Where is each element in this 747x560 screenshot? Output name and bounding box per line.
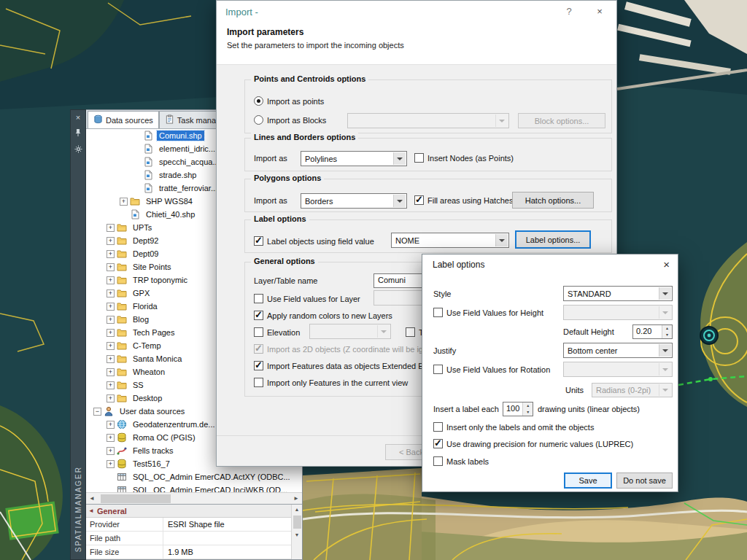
table-icon: [117, 485, 128, 492]
hatch-options-button[interactable]: Hatch options...: [512, 192, 594, 209]
spinner-down-icon[interactable]: ▾: [523, 409, 533, 416]
tree-item-label: Test516_7: [131, 459, 172, 469]
tree-item[interactable]: SQL_OC_Admin EmerCAD.InciWKB (OD...: [86, 483, 302, 492]
properties-vertical-scrollbar[interactable]: ▲ ▼: [291, 505, 302, 559]
label-options-group: Label options Label objects using field …: [244, 219, 612, 253]
settings-gear-icon[interactable]: [74, 145, 82, 155]
expand-icon[interactable]: +: [107, 224, 115, 232]
close-icon[interactable]: ×: [663, 258, 670, 271]
folder-icon: [117, 367, 128, 377]
folder-icon: [117, 380, 128, 390]
expand-icon[interactable]: +: [107, 368, 115, 376]
database-icon: [117, 432, 128, 443]
import-parameters-heading: Import parameters: [227, 27, 303, 37]
expand-icon[interactable]: +: [107, 434, 115, 442]
expand-icon[interactable]: +: [107, 329, 115, 337]
folder-icon: [117, 288, 128, 298]
style-combo[interactable]: STANDARD: [563, 286, 673, 301]
mask-labels-checkbox[interactable]: Mask labels: [433, 456, 489, 467]
scroll-left-icon[interactable]: ◄: [86, 493, 98, 505]
label-field-combo[interactable]: NOME: [391, 233, 509, 248]
expand-icon[interactable]: +: [107, 250, 115, 258]
import-as-blocks-radio[interactable]: Import as Blocks: [254, 114, 326, 125]
checkbox-label: Import only Features in the current view: [267, 378, 408, 387]
elevation-checkbox[interactable]: Elevation: [254, 327, 300, 338]
expand-icon[interactable]: +: [107, 263, 115, 271]
tree-item-label: Site Points: [131, 262, 174, 272]
radio-dot: [254, 96, 263, 106]
tree-item[interactable]: SQL_OC_Admin EmerCAD.ActXY (ODBC...: [86, 470, 302, 483]
close-icon[interactable]: ×: [593, 6, 606, 17]
label-options-button[interactable]: Label options...: [515, 230, 591, 249]
scrollbar-thumb[interactable]: [293, 516, 301, 529]
units-combo: Radians (0-2pi): [592, 383, 673, 397]
tree-horizontal-scrollbar[interactable]: ◄ ►: [86, 492, 302, 504]
style-label: Style: [433, 289, 451, 298]
scroll-down-icon[interactable]: ▼: [295, 530, 300, 540]
expand-icon[interactable]: +: [107, 355, 115, 363]
random-colors-checkbox[interactable]: Apply random colors to new Layers: [254, 310, 392, 321]
spinner-up-icon[interactable]: ▴: [662, 325, 672, 332]
property-label: Provider: [86, 518, 163, 531]
palette-title-vertical: SPATIALMANAGER: [74, 466, 82, 552]
folder-icon: [117, 249, 128, 259]
autohide-pin-icon[interactable]: [74, 128, 82, 139]
tree-item-label: TRP toponymic: [131, 275, 190, 285]
expand-icon[interactable]: +: [107, 460, 115, 468]
insert-nodes-checkbox[interactable]: Insert Nodes (as Points): [414, 152, 514, 163]
expand-icon[interactable]: +: [107, 316, 115, 324]
scrollbar-thumb[interactable]: [101, 494, 171, 503]
tab-data-sources[interactable]: Data sources: [88, 111, 159, 128]
default-height-spinner[interactable]: 0.20 ▴▾: [632, 324, 673, 339]
combo-value: Radians (0-2pi): [596, 386, 651, 394]
group-title: General options: [251, 257, 318, 265]
spinner-down-icon[interactable]: ▾: [662, 332, 672, 338]
current-view-checkbox[interactable]: Import only Features in the current view: [254, 377, 408, 388]
expand-icon[interactable]: +: [107, 303, 115, 311]
block-options-button: Block options...: [518, 113, 605, 128]
expand-icon[interactable]: +: [107, 421, 115, 429]
field-values-layer-checkbox[interactable]: Use Field values for Layer: [254, 293, 360, 304]
checkbox-box: [433, 308, 443, 317]
expand-icon[interactable]: +: [120, 198, 128, 206]
checkbox-label: Label objects using field value: [267, 237, 374, 246]
labels-only-checkbox[interactable]: Insert only the labels and omit the obje…: [433, 421, 594, 432]
polygons-import-as-combo[interactable]: Borders: [301, 193, 407, 209]
tree-item-label: tratte_ferroviar...: [157, 183, 220, 193]
xdata-checkbox[interactable]: Import Features data as objects Extended…: [254, 360, 424, 371]
expand-icon[interactable]: +: [107, 381, 115, 389]
palette-titlebar[interactable]: × SPATIALMANAGER: [70, 109, 86, 560]
justify-combo[interactable]: Bottom center: [563, 343, 673, 358]
expand-icon[interactable]: +: [107, 276, 115, 284]
scroll-right-icon[interactable]: ►: [290, 493, 302, 505]
folder-icon: [117, 393, 128, 403]
luprec-checkbox[interactable]: Use drawing precision for numeric values…: [433, 438, 633, 449]
shp-file-icon: [143, 183, 154, 193]
scroll-up-icon[interactable]: ▲: [295, 505, 300, 514]
expand-icon[interactable]: +: [107, 447, 115, 455]
expand-icon[interactable]: +: [107, 394, 115, 402]
tree-item-label: strade.shp: [157, 170, 198, 180]
expand-icon[interactable]: +: [107, 342, 115, 350]
spinner-up-icon[interactable]: ▴: [523, 402, 533, 409]
tree-item-label: Blog: [131, 314, 151, 324]
expand-icon[interactable]: +: [107, 289, 115, 298]
do-not-save-button[interactable]: Do not save: [616, 472, 673, 489]
interval-spinner[interactable]: 100 ▴▾: [503, 402, 533, 416]
properties-group-header[interactable]: ◄ General: [86, 505, 291, 518]
close-icon[interactable]: ×: [76, 114, 80, 122]
scrollbar-track[interactable]: [98, 493, 290, 504]
field-height-checkbox[interactable]: Use Field Values for Height: [433, 307, 543, 318]
field-rotation-checkbox[interactable]: Use Field Values for Rotation: [433, 364, 550, 375]
expand-icon[interactable]: +: [107, 237, 115, 245]
collapse-icon[interactable]: −: [93, 408, 101, 416]
import-as-label: Import as: [254, 154, 287, 163]
fill-hatches-checkbox[interactable]: Fill areas using Hatches: [414, 195, 513, 206]
help-icon[interactable]: ?: [562, 6, 576, 17]
import-as-points-radio[interactable]: Import as points: [254, 96, 324, 106]
label-objects-checkbox[interactable]: Label objects using field value: [254, 236, 374, 246]
checkbox-label: Import as 2D objects (Z coordinate will …: [267, 345, 423, 354]
folder-icon: [117, 327, 128, 338]
lines-import-as-combo[interactable]: Polylines: [301, 151, 407, 166]
save-button[interactable]: Save: [564, 472, 612, 489]
